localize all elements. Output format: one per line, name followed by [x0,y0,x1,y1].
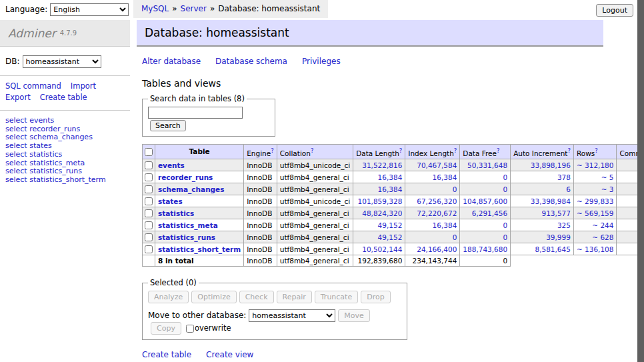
sidebar-action-link[interactable]: Export [5,93,31,102]
language-select[interactable]: English [50,3,129,16]
data-length-link[interactable]: 16,384 [378,173,403,181]
selected-action-button[interactable]: Repair [277,291,312,303]
rows-link[interactable]: ~ 136,108 [577,245,614,253]
adminer-logo-text[interactable]: Adminer [8,27,56,40]
database-action-link[interactable]: Privileges [302,57,341,66]
index-length-link[interactable]: 67,256,320 [417,197,457,205]
row-checkbox[interactable] [145,233,153,241]
data-free-link[interactable]: 50,331,648 [467,161,507,169]
engine-cell: InnoDB [244,243,277,255]
rows-link[interactable]: ~ 628 [592,233,613,241]
breadcrumb-link-server[interactable]: Server [181,4,207,13]
rows-link[interactable]: ~ 569,159 [577,209,614,217]
rows-link[interactable]: ~ 3 [601,185,614,193]
data-length-link[interactable]: 10,502,144 [362,245,402,253]
row-checkbox[interactable] [145,197,153,205]
data-free-link[interactable]: 0 [503,173,507,181]
breadcrumb-link-mysql[interactable]: MySQL [141,4,169,13]
help-icon[interactable]: ? [399,147,403,154]
help-icon[interactable]: ? [595,147,598,154]
auto-increment-link[interactable]: 39,999 [546,233,571,241]
data-length-link[interactable]: 31,522,816 [362,161,402,169]
index-length-link[interactable]: 70,467,584 [417,161,457,169]
data-free-link[interactable]: 188,743,680 [463,245,507,253]
auto-increment-link[interactable]: 325 [557,221,571,229]
data-free-link[interactable]: 104,857,600 [463,197,507,205]
selected-action-button[interactable]: Truncate [315,291,358,303]
table-link[interactable]: events [158,161,185,169]
data-free-link[interactable]: 0 [503,185,507,193]
help-icon[interactable]: ? [311,147,314,154]
search-button[interactable]: Search [150,120,186,131]
data-free-link[interactable]: 0 [503,233,507,241]
logout-button[interactable]: Logout [596,4,633,17]
auto-increment-link[interactable]: 8,581,645 [535,245,570,253]
sidebar-select-link[interactable]: select statistics [5,151,125,159]
database-action-link[interactable]: Database schema [215,57,287,66]
auto-increment-link[interactable]: 378 [557,173,571,181]
search-input[interactable] [148,107,243,119]
rows-cell: ~ 628 [573,231,617,243]
row-checkbox[interactable] [145,221,153,229]
move-button[interactable]: Move [338,309,370,322]
data-free-link[interactable]: 0 [503,221,507,229]
data-length-link[interactable]: 16,384 [378,185,403,193]
row-checkbox[interactable] [145,245,153,253]
row-checkbox[interactable] [145,209,153,217]
vertical-scrollbar[interactable] [637,0,644,362]
selected-action-button[interactable]: Check [239,291,274,303]
data-length-link[interactable]: 48,824,320 [362,209,402,217]
help-icon[interactable]: ? [567,147,571,154]
row-checkbox[interactable] [145,161,153,169]
rows-link[interactable]: ~ 299,833 [577,197,614,205]
database-action-link[interactable]: Alter database [142,57,201,66]
help-icon[interactable]: ? [454,147,457,154]
sidebar-select-link[interactable]: select states [5,142,125,151]
selected-action-button[interactable]: Optimize [191,291,236,303]
sidebar-action-link[interactable]: SQL command [5,81,61,91]
auto-increment-link[interactable]: 33,398,984 [531,197,571,205]
index-length-link[interactable]: 0 [453,185,457,193]
data-length-link[interactable]: 49,152 [378,233,403,241]
table-link[interactable]: statistics [158,209,194,217]
overwrite-checkbox[interactable] [186,325,194,333]
data-free-link[interactable]: 6,291,456 [472,209,507,217]
row-checkbox[interactable] [145,173,153,181]
table-link[interactable]: statistics_runs [158,233,215,241]
index-length-link[interactable]: 0 [453,233,457,241]
auto-increment-link[interactable]: 33,898,196 [531,161,571,169]
selected-action-button[interactable]: Drop [361,291,390,303]
sidebar-action-link[interactable]: Import [71,81,96,91]
row-checkbox[interactable] [145,185,153,193]
rows-link[interactable]: ~ 312,180 [577,161,614,169]
table-link[interactable]: recorder_runs [158,173,213,181]
table-link[interactable]: statistics_short_term [158,245,241,253]
selected-action-button[interactable]: Analyze [148,291,189,303]
auto-increment-link[interactable]: 913,577 [542,209,571,217]
col-header-data-free: Data Free? [460,144,511,159]
create-link[interactable]: Create view [206,350,253,359]
sidebar-select-link[interactable]: select statistics_short_term [5,176,125,185]
table-link[interactable]: states [158,197,183,205]
table-link[interactable]: statistics_meta [158,221,218,229]
copy-button[interactable]: Copy [151,322,181,335]
index-length-link[interactable]: 72,220,672 [417,209,457,217]
sidebar-select-link[interactable]: select events [5,117,125,125]
sidebar-action-link[interactable]: Create table [40,93,87,102]
select-all-checkbox[interactable] [145,148,153,156]
index-length-link[interactable]: 16,384 [433,173,457,181]
help-icon[interactable]: ? [497,147,500,154]
help-icon[interactable]: ? [271,147,274,154]
data-length-link[interactable]: 101,859,328 [358,197,403,205]
move-db-select[interactable]: homeassistant [249,309,335,322]
table-link[interactable]: schema_changes [158,185,225,193]
rows-link[interactable]: ~ 244 [592,221,613,229]
engine-cell: InnoDB [244,207,277,219]
data-length-link[interactable]: 49,152 [378,221,403,229]
index-length-link[interactable]: 24,166,400 [417,245,457,253]
db-select[interactable]: homeassistant [23,55,101,68]
index-length-link[interactable]: 16,384 [433,221,457,229]
rows-link[interactable]: ~ 5 [601,173,614,181]
auto-increment-link[interactable]: 6 [566,185,571,193]
create-link[interactable]: Create table [142,350,191,359]
